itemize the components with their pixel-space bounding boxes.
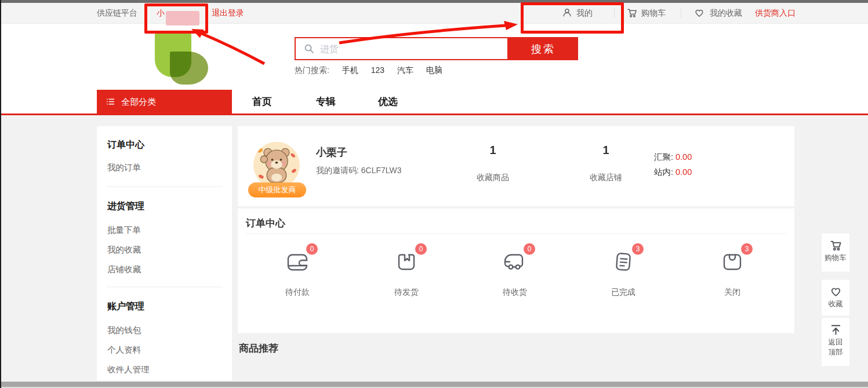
all-categories-label: 全部分类 <box>121 97 156 107</box>
sidebar-item-bulk-order[interactable]: 批量下单 <box>107 225 141 236</box>
search-input[interactable] <box>319 39 501 59</box>
sidebar-divider <box>106 287 223 287</box>
hot-search-item[interactable]: 123 <box>371 65 384 75</box>
count-badge: 0 <box>415 243 427 255</box>
cart-icon <box>829 239 842 252</box>
order-status-completed[interactable]: 3 已完成 <box>568 244 679 325</box>
count-badge: 3 <box>632 243 644 255</box>
topbar: 供应链平台 小 退出登录 我的 购物车 我的收藏 供货商入口 <box>1 3 868 24</box>
sidebar-divider <box>106 186 223 187</box>
logo-shape-dark <box>170 52 208 85</box>
balance-huiju: 汇聚:0.00 <box>654 152 692 163</box>
hot-search-label: 热门搜索: <box>295 65 329 75</box>
stat-favorite-products[interactable]: 1 收藏商品 <box>458 126 528 206</box>
bear-avatar-image <box>253 142 300 188</box>
stat-value: 1 <box>458 144 528 157</box>
order-center-divider <box>246 233 786 234</box>
level-badge: 中级批发商 <box>248 182 306 197</box>
invite-code: 我的邀请码: 6CLF7LW3 <box>316 166 402 176</box>
order-status-pending-shipment[interactable]: 0 待发货 <box>351 244 462 325</box>
topbar-platform-link[interactable]: 供应链平台 <box>97 3 137 23</box>
hot-search-item[interactable]: 电脑 <box>426 65 442 75</box>
sidebar-item-my-favorites[interactable]: 我的收藏 <box>107 244 141 255</box>
stat-value: 1 <box>571 144 641 157</box>
stat-label: 收藏商品 <box>458 173 528 183</box>
back-top-label-line2: 顶部 <box>822 347 849 357</box>
sidebar-item-shop-favorites[interactable]: 店铺收藏 <box>107 264 141 275</box>
float-favorites-button[interactable]: 收藏 <box>822 280 849 316</box>
sidebar-section-title: 订单中心 <box>107 139 144 151</box>
search-icon <box>303 42 315 55</box>
topbar-my-link[interactable]: 我的 <box>576 3 593 23</box>
sidebar-section-title: 账户管理 <box>107 301 144 313</box>
balance-value: 0.00 <box>675 152 692 162</box>
nav-link-home[interactable]: 首页 <box>252 90 272 114</box>
sidebar-item-recipient-mgmt[interactable]: 收件人管理 <box>107 364 150 375</box>
hot-search-item[interactable]: 汽车 <box>397 65 413 75</box>
order-status-label: 待付款 <box>242 287 353 298</box>
cart-icon <box>626 7 638 19</box>
back-to-top-button[interactable]: 返回 顶部 <box>822 318 849 366</box>
horizontal-scrollbar[interactable] <box>1 382 868 387</box>
nav-link-album[interactable]: 专辑 <box>316 90 336 114</box>
hot-search-row: 热门搜索: 手机 123 汽车 电脑 <box>295 65 442 75</box>
sidebar-item-my-orders[interactable]: 我的订单 <box>107 162 141 173</box>
float-cart-label: 购物车 <box>822 253 849 263</box>
supplier-entry-link[interactable]: 供货商入口 <box>755 3 796 23</box>
float-cart-button[interactable]: 购物车 <box>822 233 849 272</box>
topbar-divider <box>681 9 681 17</box>
topbar-favorites-link[interactable]: 我的收藏 <box>710 3 742 23</box>
user-icon <box>561 7 573 19</box>
order-status-closed[interactable]: 3 关闭 <box>677 244 788 325</box>
back-to-top-icon <box>829 323 842 336</box>
search-button[interactable]: 搜索 <box>509 37 578 60</box>
order-status-pending-receipt[interactable]: 0 待收货 <box>459 244 571 325</box>
order-status-label: 已完成 <box>568 287 679 298</box>
profile-card: 中级批发商 小栗子 我的邀请码: 6CLF7LW3 1 收藏商品 1 收藏店铺 … <box>238 126 794 206</box>
heart-icon <box>693 7 705 19</box>
sidebar-item-personal-info[interactable]: 个人资料 <box>107 345 141 356</box>
search-bar <box>295 37 509 60</box>
site-logo[interactable] <box>155 33 216 84</box>
topbar-divider <box>206 9 207 17</box>
hot-search-item[interactable]: 手机 <box>342 65 358 75</box>
count-badge: 0 <box>306 243 318 255</box>
back-top-label-line1: 返回 <box>822 338 849 347</box>
sidebar-section-title: 进货管理 <box>107 200 144 213</box>
balance-label: 站内: <box>654 167 673 177</box>
balance-zhannei: 站内:0.00 <box>654 167 692 178</box>
sidebar-item-my-wallet[interactable]: 我的钱包 <box>107 325 141 336</box>
order-center-card: 订单中心 0 待付款 0 待发货 <box>238 208 794 333</box>
balance-label: 汇聚: <box>654 152 673 162</box>
category-list-icon <box>106 97 115 107</box>
order-status-label: 关闭 <box>677 287 788 298</box>
topbar-username-link[interactable]: 小 <box>157 3 165 23</box>
profile-name: 小栗子 <box>316 145 347 159</box>
balance-value: 0.00 <box>675 167 692 177</box>
topbar-cart-link[interactable]: 购物车 <box>641 3 666 23</box>
order-status-label: 待发货 <box>351 287 462 298</box>
recommend-title: 商品推荐 <box>239 342 278 355</box>
sidebar: 订单中心 我的订单 进货管理 批量下单 我的收藏 店铺收藏 账户管理 我的钱包 … <box>97 126 232 380</box>
stat-label: 收藏店铺 <box>571 173 641 183</box>
logout-link[interactable]: 退出登录 <box>212 3 244 23</box>
window-top-edge <box>0 0 868 3</box>
window-left-edge <box>0 0 1 388</box>
nav-link-preferred[interactable]: 优选 <box>378 90 398 114</box>
stat-favorite-shops[interactable]: 1 收藏店铺 <box>571 126 641 206</box>
float-favorites-label: 收藏 <box>822 299 849 309</box>
count-badge: 0 <box>524 243 535 255</box>
avatar[interactable] <box>253 142 300 188</box>
order-status-pending-payment[interactable]: 0 待付款 <box>242 244 353 325</box>
username-redaction-overlay <box>166 11 199 25</box>
count-badge: 3 <box>741 243 753 255</box>
order-status-label: 待收货 <box>459 287 571 298</box>
page: 供应链平台 小 退出登录 我的 购物车 我的收藏 供货商入口 搜索 热门搜索: … <box>0 0 868 388</box>
order-center-title: 订单中心 <box>246 217 285 230</box>
all-categories-button[interactable]: 全部分类 <box>97 90 232 114</box>
heart-icon <box>829 285 842 298</box>
topbar-divider <box>614 9 615 17</box>
